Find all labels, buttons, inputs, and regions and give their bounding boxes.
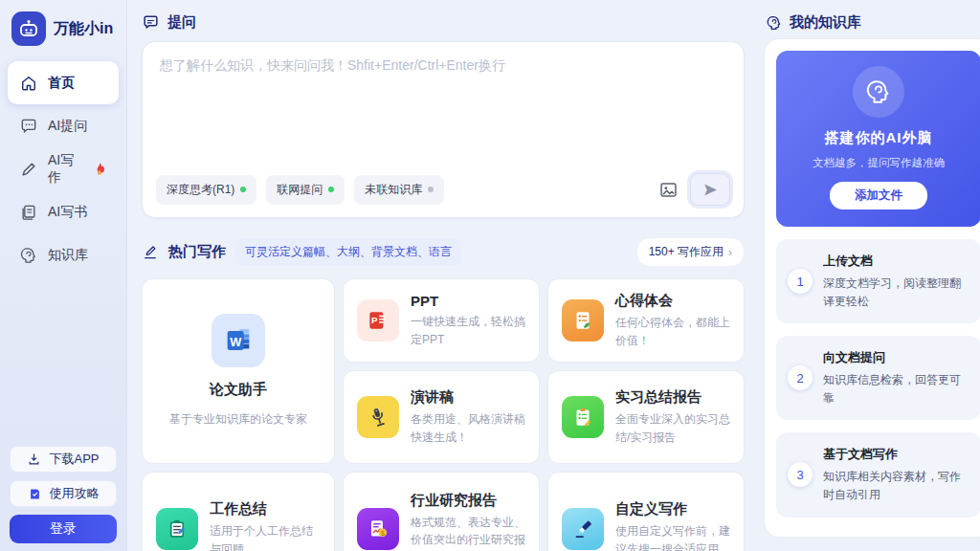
brain-circle-icon (853, 66, 904, 118)
ask-chat-icon (142, 13, 160, 32)
card-ppt[interactable]: P PPT 一键快速生成，轻松搞定PPT (343, 278, 540, 363)
flame-icon (92, 161, 107, 178)
hot-writing-title: 热门写作 (168, 243, 226, 261)
knowledge-panel: 搭建你的AI外脑 文档越多，提问写作越准确 添加文件 1 上传文档 深度文档学习… (764, 38, 980, 538)
card-work-summary[interactable]: 工作总结 适用于个人工作总结与回顾 (142, 472, 335, 551)
step-title: 基于文档写作 (823, 446, 969, 463)
card-text: 实习总结报告 全面专业深入的实习总结/实习报告 (615, 388, 730, 446)
chip-deep-think[interactable]: 深度思考(R1) (156, 175, 256, 205)
green-dot-icon (328, 187, 334, 192)
main-content: 提问 深度思考(R1) 联网提问 未联知识库 (142, 0, 745, 551)
sidebar-item-label: 知识库 (48, 247, 88, 264)
sidebar-item-home[interactable]: 首页 (8, 61, 119, 104)
download-app-label: 下载APP (49, 451, 99, 468)
chat-icon (19, 117, 38, 136)
more-apps-label: 150+ 写作应用 (649, 244, 724, 260)
card-title: PPT (411, 293, 525, 309)
sidebar-item-label: AI写书 (48, 204, 87, 221)
card-text: 工作总结 适用于个人工作总结与回顾 (210, 500, 321, 551)
word-doc-icon: W (212, 314, 265, 367)
chip-label: 联网提问 (277, 182, 323, 198)
card-text: 演讲稿 各类用途、风格演讲稿快速生成！ (411, 388, 525, 446)
card-text: 心得体会 任何心得体会，都能上价值！ (615, 292, 730, 349)
sidebar-item-ai-book[interactable]: AI写书 (8, 190, 119, 233)
card-title: 实习总结报告 (615, 388, 730, 407)
card-title: 行业研究报告 (411, 492, 525, 510)
kb-step-upload: 1 上传文档 深度文档学习，阅读整理翻译更轻松 (776, 239, 980, 323)
app-title: 万能小in (54, 19, 113, 39)
chip-web-search[interactable]: 联网提问 (266, 175, 345, 205)
knowledge-title: 我的知识库 (790, 13, 861, 32)
question-input[interactable] (143, 42, 744, 157)
step-title: 向文档提问 (823, 349, 969, 366)
sidebar: 万能小in 首页 AI提问 AI写作 AI写书 知识库 (0, 0, 127, 551)
step-text: 向文档提问 知识库信息检索，回答更可靠 (823, 349, 969, 407)
chip-knowledge-base[interactable]: 未联知识库 (354, 175, 444, 205)
add-file-button[interactable]: 添加文件 (830, 182, 927, 209)
kb-banner: 搭建你的AI外脑 文档越多，提问写作越准确 添加文件 (776, 51, 980, 227)
card-industry-report[interactable]: $ 行业研究报告 格式规范、表达专业、价值突出的行业研究报告 (343, 472, 540, 551)
question-box: 深度思考(R1) 联网提问 未联知识库 (142, 41, 745, 218)
edit-icon (142, 244, 159, 261)
card-desc: 一键快速生成，轻松搞定PPT (411, 313, 525, 348)
green-dot-icon (240, 187, 246, 192)
card-desc: 任何心得体会，都能上价值！ (615, 314, 730, 349)
step-number: 1 (788, 269, 813, 294)
svg-text:W: W (230, 335, 242, 349)
card-desc: 格式规范、表达专业、价值突出的行业研究报告 (411, 514, 525, 551)
brain-icon (19, 246, 38, 265)
card-desc: 基于专业知识库的论文专家 (169, 410, 307, 429)
sidebar-item-label: AI写作 (48, 152, 80, 187)
ask-actions (656, 173, 730, 206)
card-text: 自定义写作 使用自定义写作前，建议先搜一搜合适应用 (615, 500, 730, 551)
ask-title: 提问 (167, 13, 196, 32)
chip-label: 未联知识库 (365, 182, 422, 198)
step-title: 上传文档 (823, 253, 969, 270)
sidebar-item-label: 首页 (48, 75, 75, 92)
upload-image-button[interactable] (656, 177, 680, 202)
card-reflections[interactable]: 心得体会 任何心得体会，都能上价值！ (547, 278, 745, 363)
card-text: 行业研究报告 格式规范、表达专业、价值突出的行业研究报告 (411, 492, 525, 551)
card-title: 工作总结 (210, 500, 321, 518)
card-title: 演讲稿 (411, 388, 525, 407)
clipboard-pen-icon (156, 508, 198, 550)
download-app-button[interactable]: 下载APP (10, 446, 117, 473)
card-title: 心得体会 (615, 292, 730, 310)
home-icon (19, 74, 38, 93)
more-apps-button[interactable]: 150+ 写作应用 › (636, 237, 745, 267)
writing-apps-grid: W 论文助手 基于专业知识库的论文专家 P PPT 一键快速生成，轻松搞定PPT… (142, 278, 745, 551)
sidebar-bottom: 下载APP 使用攻略 登录 (0, 446, 126, 543)
send-button[interactable] (690, 173, 730, 206)
login-button[interactable]: 登录 (10, 515, 117, 543)
card-desc: 全面专业深入的实习总结/实习报告 (615, 410, 730, 446)
sidebar-item-ai-writing[interactable]: AI写作 (8, 147, 119, 190)
svg-text:$: $ (381, 530, 385, 537)
step-desc: 深度文档学习，阅读整理翻译更轻松 (823, 275, 969, 310)
card-internship-report[interactable]: 实习总结报告 全面专业深入的实习总结/实习报告 (547, 370, 745, 464)
card-thesis-assistant[interactable]: W 论文助手 基于专业知识库的论文专家 (142, 278, 335, 464)
card-title: 论文助手 (210, 381, 267, 399)
gray-dot-icon (428, 187, 434, 192)
microphone-icon (357, 396, 399, 438)
sidebar-item-label: AI提问 (48, 118, 87, 135)
step-desc: 知识库信息检索，回答更可靠 (823, 371, 969, 407)
clipboard-pencil-icon (562, 396, 604, 438)
sidebar-item-knowledge[interactable]: 知识库 (8, 233, 119, 276)
step-number: 2 (788, 365, 813, 390)
guide-label: 使用攻略 (50, 485, 100, 502)
card-speech[interactable]: 演讲稿 各类用途、风格演讲稿快速生成！ (343, 370, 540, 464)
kb-brain-icon (766, 14, 783, 32)
app-logo: 万能小in (0, 0, 126, 61)
ppt-icon: P (357, 299, 399, 342)
pencil-icon (19, 160, 38, 179)
card-custom-writing[interactable]: 自定义写作 使用自定义写作前，建议先搜一搜合适应用 (547, 472, 745, 551)
svg-text:P: P (371, 315, 378, 325)
marker-pen-icon (562, 508, 604, 550)
report-chart-icon: $ (357, 508, 399, 550)
guide-button[interactable]: 使用攻略 (10, 480, 117, 507)
ask-section-header: 提问 (142, 13, 745, 32)
step-text: 上传文档 深度文档学习，阅读整理翻译更轻松 (823, 253, 969, 310)
knowledge-header: 我的知识库 (766, 13, 861, 32)
step-desc: 知识库相关内容素材，写作时自动引用 (823, 468, 969, 503)
sidebar-item-ai-ask[interactable]: AI提问 (8, 104, 119, 147)
